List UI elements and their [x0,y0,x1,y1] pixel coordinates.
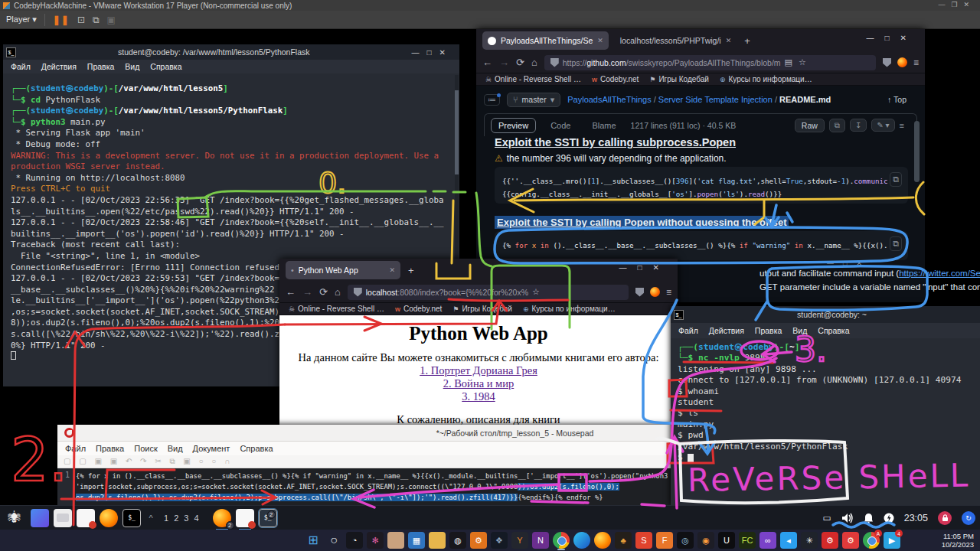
taskbar-icon-shield-dark[interactable]: ❖ [491,532,508,549]
extension-shield-icon[interactable] [883,58,891,67]
tab-localhost-phptwig[interactable]: localhost/lesson5/PHPTwig/i ✕ [615,31,737,50]
menu-help[interactable]: Справка [818,326,849,335]
taskbar-icon-vscode[interactable]: ◂ [780,532,797,549]
tracking-shield-icon[interactable] [354,288,362,297]
taskbar-icon-telegram[interactable]: ▶4 [884,532,900,549]
back-icon[interactable]: ← [482,57,492,68]
bookmark-codeby[interactable]: wCodeby.net [395,305,442,313]
scrollbar-thumb[interactable] [914,121,920,182]
bookmark-codeby[interactable]: wCodeby.net [592,75,639,83]
menu-actions[interactable]: Действия [709,326,744,335]
tab-preview[interactable]: Preview [491,118,536,133]
extension-shield-icon[interactable] [635,288,644,297]
scrollbar-thumb[interactable] [455,90,459,174]
menu-view[interactable]: Вид [792,326,807,335]
taskbar-icon-f-book[interactable]: F [656,532,673,549]
volume-icon[interactable] [841,513,854,523]
taskbar-icon-unreal[interactable]: U [718,532,735,549]
menu-file[interactable]: Файл [678,326,698,335]
taskbar-icon-gear-orange[interactable]: ⚙ [470,532,487,549]
heading-subprocess-popen[interactable]: Exploit the SSTI by calling subprocess.P… [495,136,736,148]
menu-file[interactable]: Файл [65,444,86,453]
close-tab-icon[interactable]: ✕ [726,37,732,44]
task-firefox[interactable]: 2 [213,509,231,527]
vmware-window-controls[interactable]: —❐✕ [938,1,975,8]
notifications-bell-icon[interactable] [864,513,874,523]
fullscreen-icon[interactable]: ⧉ [93,15,100,25]
menu-file[interactable]: Файл [11,62,31,71]
home-icon[interactable]: ⌂ [531,57,537,68]
tab-code[interactable]: Code [544,119,577,132]
reader-icon[interactable]: ▤ [785,57,792,67]
taskbar-icon-notion[interactable]: ◍ [449,532,466,549]
tab-blame[interactable]: Blame [585,119,622,132]
taskbar-icon-chrome-profile[interactable]: A [863,532,880,549]
bookmark-reverse-shell[interactable]: ☠Online - Reverse Shell … [289,305,384,313]
file-tree-icon[interactable]: ≔ [484,94,500,106]
terminal-window-controls[interactable]: —□✕ [412,48,453,57]
bookmark-courses[interactable]: ⊕Курсы по информаци… [523,305,616,313]
breadcrumb-repo[interactable]: PayloadsAllTheThings [567,95,651,104]
taskbar-icon-vmware[interactable]: Y [511,532,528,549]
copy-code-icon[interactable]: ⧉ [890,236,902,251]
firefox-account-icon[interactable] [897,57,907,67]
task-mousepad[interactable] [236,509,254,527]
menu-edit[interactable]: Правка [755,326,782,335]
tab-payloadsallthethings[interactable]: PayloadsAllTheThings/Se ✕ [482,31,609,50]
menu-search[interactable]: Поиск [134,444,157,453]
mousepad-launcher-icon[interactable] [77,509,95,527]
menu-actions[interactable]: Действия [41,62,77,71]
taskbar-icon-folder[interactable] [429,532,446,549]
taskbar-icon-visual-studio[interactable]: ∞ [760,532,776,549]
copy-raw-icon[interactable]: ⧉ [829,119,845,132]
hamburger-menu-icon[interactable]: ≡ [666,287,671,298]
window-list-icon[interactable]: ▭ [822,513,831,523]
edit-pencil-icon[interactable]: ✎ ▾ [871,119,894,132]
bookmark-games[interactable]: ⚑Игры Кодебай [452,305,512,313]
taskbar-icon-gauge[interactable]: ◔ [346,532,363,549]
taskbar-icon-slack[interactable]: ✻ [367,532,384,549]
menu-edit[interactable]: Правка [87,62,114,71]
url-bar[interactable]: https://github.com/swisskyrepo/PayloadsA… [544,55,876,70]
breadcrumb-folder[interactable]: Server Side Template Injection [658,95,773,104]
copy-code-icon[interactable]: ⧉ [890,172,902,187]
reload-icon[interactable]: ⟳ [516,57,524,68]
taskbar-icon-blender[interactable]: ◉ [697,532,714,549]
raw-button[interactable]: Raw [795,119,825,132]
windows-clock[interactable]: 11:05 PM 10/2/2023 [942,532,974,549]
taskbar-icon-bird[interactable]: ✳ [801,532,818,549]
code-block-popen[interactable]: {% for x in ().__class__.__base__.__subc… [495,231,908,260]
pause-vm-button[interactable]: ❚❚ [53,15,70,25]
power-status-icon[interactable] [884,513,894,523]
close-tab-icon[interactable]: ✕ [389,266,395,274]
menu-document[interactable]: Документ [193,444,230,453]
menu-view[interactable]: Вид [168,444,183,453]
logout-icon[interactable]: ↻ [962,511,975,525]
home-icon[interactable]: ⌂ [335,286,341,298]
menu-edit[interactable]: Правка [96,444,124,453]
taskbar-icon-c4d[interactable]: ◎ [677,532,694,549]
terminal-titlebar[interactable]: $_ student@codeby: ~ [671,306,980,323]
expand-caret-icon[interactable]: ^ [145,509,156,527]
file-manager-icon[interactable] [54,509,72,527]
top-link[interactable]: ↑ Top [887,95,906,104]
tab-python-web-app[interactable]: • Python Web App ✕ [286,261,400,279]
taskbar-icon-chrome[interactable] [553,532,570,549]
bookmark-courses[interactable]: ⊕Курсы по информаци… [720,75,812,83]
outline-icon[interactable]: ≡ [900,121,904,130]
reload-icon[interactable]: ⟳ [319,286,328,298]
terminal-launcher-icon[interactable]: $_ [122,509,141,527]
firefox-launcher-icon[interactable] [100,509,118,527]
bookmark-star-icon[interactable]: ☆ [532,287,540,297]
menu-view[interactable]: Вид [125,62,139,71]
close-tab-icon[interactable]: ✕ [597,37,603,44]
taskbar-icon-portrait[interactable] [387,532,404,549]
firefox-window-controls[interactable]: —□✕ [867,34,917,42]
new-tab-button[interactable]: + [408,265,414,276]
workspace-switcher[interactable]: 1 2 3 4 [164,514,201,523]
vm-clock[interactable]: 23:05 [904,513,928,523]
new-tab-button[interactable]: + [744,35,750,47]
download-icon[interactable]: ↧ [850,119,867,132]
taskbar-icon-fl-studio[interactable]: FC [739,532,756,549]
bookmark-star-icon[interactable]: ☆ [799,57,806,67]
